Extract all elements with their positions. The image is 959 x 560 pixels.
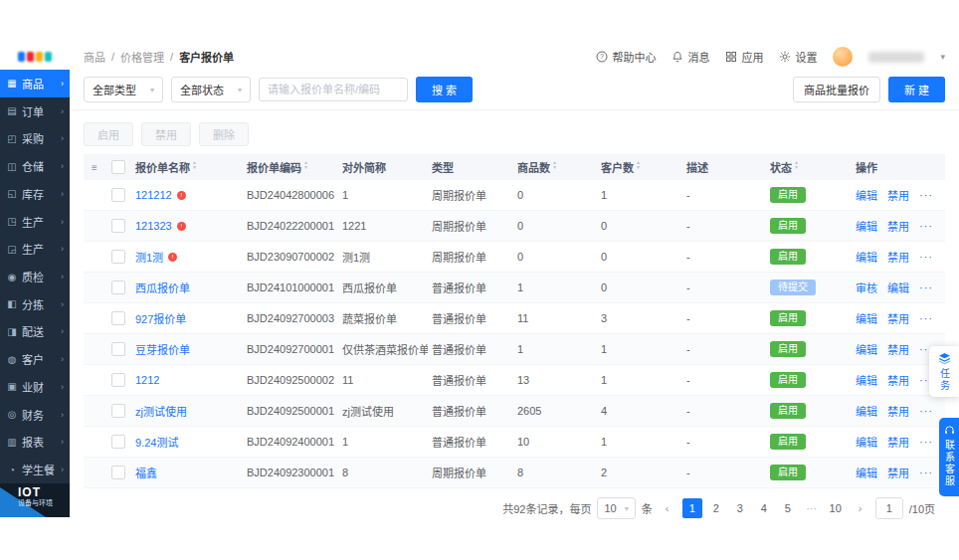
sidebar-item-delivery[interactable]: ◨ 配送 › <box>0 318 70 346</box>
disable-button[interactable]: 禁用 <box>141 122 191 146</box>
row-action-button[interactable]: 编辑 <box>887 280 909 295</box>
sidebar-item-sorting[interactable]: ◧ 分拣 › <box>0 290 70 318</box>
row-action-button[interactable]: 禁用 <box>887 310 909 326</box>
quote-name-link[interactable]: 121323 <box>135 220 172 232</box>
sidebar-item-purchase[interactable]: ◰ 采购 › <box>0 124 70 152</box>
sidebar-item-goods[interactable]: ▦ 商品 › <box>0 70 70 97</box>
sidebar-item-quality[interactable]: ◉ 质检 › <box>0 263 70 290</box>
more-actions-button[interactable]: ··· <box>919 281 933 293</box>
quote-name-link[interactable]: 测1测 <box>135 249 163 265</box>
sort-icon[interactable]: ▴▾ <box>795 162 798 172</box>
column-header-customer-count[interactable]: 客户数 ▴▾ <box>597 159 682 175</box>
page-number-button[interactable]: 3 <box>730 498 750 518</box>
row-action-button[interactable]: 编辑 <box>856 187 877 203</box>
column-header-status[interactable]: 状态 ▴▾ <box>766 159 852 175</box>
row-action-button[interactable]: 禁用 <box>887 465 909 480</box>
row-action-button[interactable]: 编辑 <box>856 310 877 326</box>
avatar[interactable] <box>833 47 853 67</box>
page-number-button[interactable]: 4 <box>754 498 774 518</box>
quote-name-link[interactable]: 927报价单 <box>135 310 186 326</box>
task-widget[interactable]: 任务 <box>929 346 959 397</box>
sidebar-item-orders[interactable]: ▤ 订单 › <box>0 97 70 125</box>
row-checkbox[interactable] <box>111 188 125 202</box>
row-action-button[interactable]: 编辑 <box>856 249 877 265</box>
sort-icon[interactable]: ▴▾ <box>553 162 556 172</box>
more-actions-button[interactable]: ··· <box>919 251 933 263</box>
quote-name-link[interactable]: 豆芽报价单 <box>135 341 190 357</box>
row-checkbox[interactable] <box>111 280 125 294</box>
row-checkbox[interactable] <box>111 250 125 264</box>
contact-service-widget[interactable]: 联系客服 <box>939 418 959 496</box>
batch-quote-button[interactable]: 商品批量报价 <box>793 77 880 102</box>
row-checkbox[interactable] <box>111 219 125 233</box>
chevron-down-icon[interactable]: ▾ <box>940 52 945 62</box>
search-input[interactable] <box>259 78 408 101</box>
row-action-button[interactable]: 禁用 <box>887 341 909 357</box>
more-actions-button[interactable]: ··· <box>919 405 933 417</box>
row-action-button[interactable]: 审核 <box>856 280 877 295</box>
more-actions-button[interactable]: ··· <box>919 220 933 232</box>
quote-name-link[interactable]: 121212 <box>135 189 172 201</box>
row-action-button[interactable]: 禁用 <box>887 187 909 203</box>
new-button[interactable]: 新 建 <box>888 77 945 102</box>
sort-icon[interactable]: ▴▾ <box>304 162 307 172</box>
sort-icon[interactable]: ▴▾ <box>637 162 640 172</box>
quote-name-link[interactable]: 福鑫 <box>135 465 157 480</box>
page-number-button[interactable]: 5 <box>778 498 798 518</box>
row-action-button[interactable]: 禁用 <box>887 434 909 450</box>
page-number-button[interactable]: 2 <box>706 498 726 518</box>
page-size-select[interactable]: 10▾ <box>597 497 635 519</box>
quote-name-link[interactable]: 西瓜报价单 <box>135 280 190 295</box>
apps-link[interactable]: 应用 <box>725 49 763 65</box>
column-header-goods-count[interactable]: 商品数 ▴▾ <box>513 159 597 175</box>
more-actions-button[interactable]: ··· <box>919 467 933 478</box>
quote-name-link[interactable]: zj测试使用 <box>135 403 187 419</box>
sidebar-item-student-meal[interactable]: ◔ 学生餐 › <box>0 456 70 483</box>
next-page-button[interactable]: › <box>852 498 869 518</box>
messages-link[interactable]: 消息 <box>671 49 709 65</box>
row-checkbox[interactable] <box>111 466 125 479</box>
row-action-button[interactable]: 禁用 <box>887 249 909 265</box>
row-action-button[interactable]: 编辑 <box>856 403 877 419</box>
row-action-button[interactable]: 禁用 <box>887 372 909 388</box>
row-action-button[interactable]: 禁用 <box>887 403 909 419</box>
delete-button[interactable]: 删除 <box>199 122 249 146</box>
prev-page-button[interactable]: ‹ <box>659 498 676 518</box>
more-actions-button[interactable]: ··· <box>919 312 933 324</box>
settings-link[interactable]: 设置 <box>779 49 817 65</box>
column-header-name[interactable]: 报价单名称 ▴▾ <box>131 159 243 175</box>
help-center-link[interactable]: ? 帮助中心 <box>596 49 656 65</box>
row-action-button[interactable]: 编辑 <box>856 341 877 357</box>
row-checkbox[interactable] <box>111 404 125 418</box>
more-actions-button[interactable]: ··· <box>919 436 933 448</box>
sidebar-item-production-2[interactable]: ◲ 生产 › <box>0 235 70 263</box>
row-action-button[interactable]: 禁用 <box>887 218 909 234</box>
sidebar-item-finance[interactable]: ◎ 财务 › <box>0 401 70 429</box>
breadcrumb-item[interactable]: 价格管理 <box>120 49 164 65</box>
search-button[interactable]: 搜 索 <box>416 77 473 102</box>
sidebar-item-production[interactable]: ◳ 生产 › <box>0 208 70 236</box>
row-checkbox[interactable] <box>111 311 125 325</box>
select-all-checkbox[interactable] <box>111 160 125 174</box>
sidebar-item-warehouse[interactable]: ◫ 仓储 › <box>0 152 70 180</box>
type-select[interactable]: 全部类型▾ <box>84 77 163 102</box>
sidebar-item-business-finance[interactable]: ▣ 业财 › <box>0 373 70 401</box>
column-config-icon[interactable]: ≡ <box>92 162 97 173</box>
row-checkbox[interactable] <box>111 342 125 356</box>
sidebar-item-reports[interactable]: ▥ 报表 › <box>0 429 70 457</box>
status-select[interactable]: 全部状态▾ <box>171 77 251 102</box>
row-action-button[interactable]: 编辑 <box>856 465 877 480</box>
row-action-button[interactable]: 编辑 <box>856 218 877 234</box>
row-action-button[interactable]: 编辑 <box>856 372 877 388</box>
breadcrumb-item[interactable]: 商品 <box>84 49 105 65</box>
quote-name-link[interactable]: 1212 <box>135 374 159 386</box>
sort-icon[interactable]: ▴▾ <box>193 162 196 172</box>
page-number-button[interactable]: 1 <box>682 498 702 518</box>
quote-name-link[interactable]: 9.24测试 <box>135 434 178 450</box>
sidebar-item-inventory[interactable]: ◱ 库存 › <box>0 180 70 208</box>
row-checkbox[interactable] <box>111 435 125 449</box>
page-jump-input[interactable]: 1 <box>875 497 903 519</box>
sidebar-item-customers[interactable]: ◍ 客户 › <box>0 345 70 373</box>
enable-button[interactable]: 启用 <box>84 122 133 146</box>
row-checkbox[interactable] <box>111 373 125 387</box>
